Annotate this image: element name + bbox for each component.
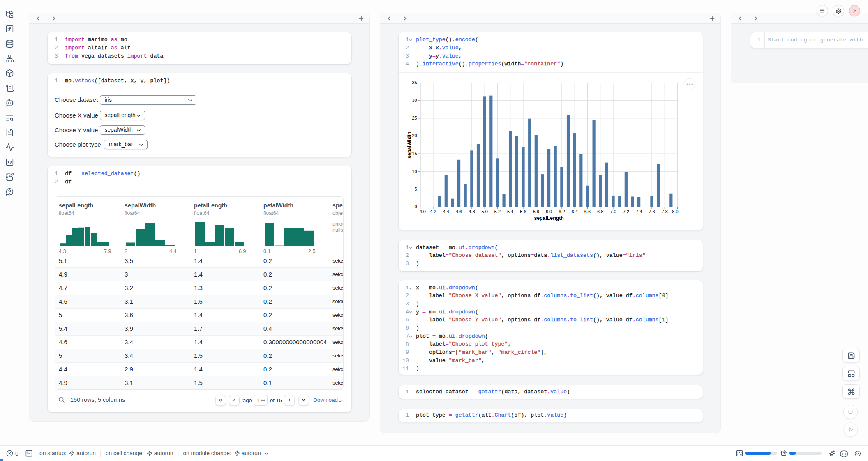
svg-text:20: 20 <box>412 133 417 138</box>
svg-text:4.2: 4.2 <box>430 209 436 214</box>
svg-text:5.0: 5.0 <box>482 209 488 214</box>
svg-text:7.6: 7.6 <box>649 209 655 214</box>
svg-text:5.2: 5.2 <box>494 209 501 214</box>
svg-text:15: 15 <box>412 151 417 156</box>
svg-text:4.4: 4.4 <box>443 209 449 214</box>
svg-text:sepalLength: sepalLength <box>534 215 563 221</box>
svg-text:5: 5 <box>415 187 417 191</box>
svg-text:8.0: 8.0 <box>672 209 678 214</box>
svg-text:7.0: 7.0 <box>610 209 616 214</box>
svg-text:0: 0 <box>415 204 417 209</box>
svg-text:6.8: 6.8 <box>597 209 603 214</box>
svg-text:6.2: 6.2 <box>559 209 565 214</box>
svg-text:4.8: 4.8 <box>469 209 475 214</box>
svg-text:7.4: 7.4 <box>636 209 642 214</box>
svg-text:7.8: 7.8 <box>662 209 668 214</box>
svg-text:7.2: 7.2 <box>623 209 629 214</box>
svg-text:35: 35 <box>412 80 417 85</box>
svg-text:6.4: 6.4 <box>572 209 578 214</box>
svg-text:6.0: 6.0 <box>546 209 552 214</box>
svg-text:10: 10 <box>412 169 417 174</box>
svg-text:6.6: 6.6 <box>584 209 591 214</box>
svg-text:5.8: 5.8 <box>533 209 539 214</box>
svg-text:5.6: 5.6 <box>520 209 526 214</box>
svg-text:25: 25 <box>412 115 417 120</box>
svg-text:30: 30 <box>412 98 417 103</box>
svg-text:4.6: 4.6 <box>456 209 462 214</box>
svg-text:sepalWidth: sepalWidth <box>407 131 412 158</box>
svg-text:4.0: 4.0 <box>420 209 426 214</box>
svg-text:5.4: 5.4 <box>507 209 513 214</box>
